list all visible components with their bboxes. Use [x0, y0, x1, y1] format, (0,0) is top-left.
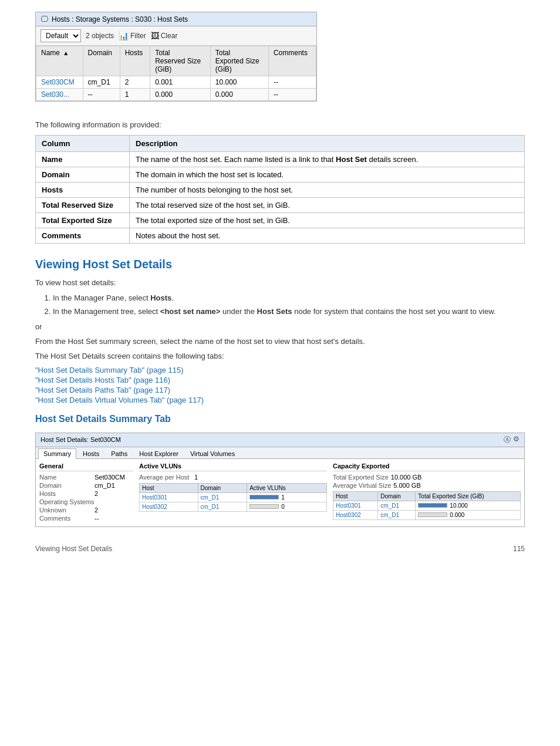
- bp-tab-host-explorer[interactable]: Host Explorer: [134, 448, 184, 458]
- cap-row: Host0302cm_D10.000: [333, 510, 521, 519]
- bp-tab-paths[interactable]: Paths: [106, 448, 133, 458]
- vluns-col-header: Host: [140, 483, 198, 492]
- vluns-row: Host0301cm_D11: [140, 492, 327, 502]
- cap-col-header: Domain: [378, 491, 416, 501]
- footer-right: 115: [513, 545, 525, 553]
- steps-list: In the Manager Pane, select Hosts. In th…: [53, 292, 525, 318]
- settings-icon[interactable]: ⚙: [513, 435, 519, 445]
- table-row: NameThe name of the host set. Each name …: [36, 152, 525, 167]
- host-sets-panel: 🖵 Hosts : Storage Systems : S030 : Host …: [35, 12, 317, 102]
- monitor-icon: 🖵: [41, 15, 48, 23]
- gen-value: --: [95, 515, 99, 522]
- gen-value: 2: [95, 507, 98, 514]
- vluns-table: HostDomainActive VLUNsHost0301cm_D11Host…: [139, 483, 327, 512]
- gen-label: Unknown: [39, 507, 92, 514]
- step-1-bold: Hosts: [150, 293, 171, 302]
- capacity-table: HostDomainTotal Exported Size (GiB)Host0…: [333, 491, 521, 520]
- bp-tab-hosts[interactable]: Hosts: [77, 448, 104, 458]
- vluns-bar-cell: 1: [247, 492, 327, 502]
- info-text: The following information is provided:: [35, 120, 525, 129]
- filter-button[interactable]: 📊 Filter: [119, 31, 146, 40]
- col-header-comments: Comments: [268, 46, 316, 76]
- col-desc-cell: The name of the host set. Each name list…: [130, 152, 525, 167]
- bottom-panel-title-text: Host Set Details: Set030CM: [41, 436, 121, 443]
- col-desc-cell: The total reserved size of the host set,…: [130, 198, 525, 213]
- active-vluns-title: Active VLUNs: [139, 463, 327, 471]
- total-exported-row: Total Exported Size 10.000 GB: [333, 474, 521, 481]
- general-rows: NameSet030CMDomaincm_D1Hosts2Operating S…: [39, 474, 133, 522]
- filter-select[interactable]: Default: [41, 29, 81, 42]
- gen-value: Set030CM: [95, 474, 125, 481]
- step-2-code: <host set name>: [160, 307, 221, 316]
- col-name-cell: Total Reserved Size: [36, 198, 130, 213]
- cap-cell: cm_D1: [378, 510, 416, 519]
- table-row: Total Exported SizeThe total exported si…: [36, 213, 525, 228]
- description-table: Column Description NameThe name of the h…: [35, 135, 525, 244]
- avg-per-host-label: Average per Host: [139, 474, 192, 481]
- nav-link[interactable]: "Host Set Details Summary Tab" (page 115…: [35, 366, 525, 374]
- section-heading: Viewing Host Set Details: [35, 258, 525, 271]
- table-row: HostsThe number of hosts belonging to th…: [36, 183, 525, 198]
- sort-icon: ▲: [63, 50, 69, 56]
- capacity-section: Capacity Exported Total Exported Size 10…: [333, 463, 521, 523]
- bp-tab-summary[interactable]: Summary: [38, 448, 76, 459]
- host-sets-table: Name ▲ Domain Hosts TotalReserved Size(G…: [36, 46, 316, 101]
- avg-per-host-value: 1: [194, 474, 198, 481]
- nav-link[interactable]: "Host Set Details Paths Tab" (page 117): [35, 386, 525, 394]
- step-2-bold: Host Sets: [257, 307, 292, 316]
- vluns-cell: Host0302: [140, 502, 198, 511]
- bottom-panel-content: General NameSet030CMDomaincm_D1Hosts2Ope…: [36, 459, 524, 526]
- help-icon[interactable]: Ⓐ: [504, 435, 511, 445]
- cap-bar-cell: 0.000: [416, 510, 521, 519]
- clear-icon: 🖼: [151, 31, 159, 40]
- bottom-panel-tabs: SummaryHostsPathsHost ExplorerVirtual Vo…: [36, 447, 524, 459]
- general-row: Unknown2: [39, 507, 133, 514]
- vluns-cell: cm_D1: [198, 502, 247, 511]
- clear-button[interactable]: 🖼 Clear: [151, 31, 178, 40]
- general-row: NameSet030CM: [39, 474, 133, 481]
- general-row: Operating Systems: [39, 498, 133, 505]
- general-row: Comments--: [39, 515, 133, 522]
- object-count: 2 objects: [86, 32, 114, 40]
- table-row: DomainThe domain in which the host set i…: [36, 167, 525, 183]
- nav-link[interactable]: "Host Set Details Virtual Volumes Tab" (…: [35, 396, 525, 404]
- col-header-name: Name ▲: [36, 46, 83, 76]
- steps-intro: To view host set details:: [35, 277, 525, 289]
- footer-left: Viewing Host Set Details: [35, 545, 112, 553]
- avg-virtual-label: Average Virtual Size: [333, 482, 391, 489]
- col-name-cell: Name: [36, 152, 130, 167]
- bp-tab-virtual-volumes[interactable]: Virtual Volumes: [185, 448, 240, 458]
- col-name-cell: Comments: [36, 228, 130, 244]
- from-text: From the Host Set summary screen, select…: [35, 336, 525, 347]
- cap-row: Host0301cm_D110.000: [333, 501, 521, 510]
- col-header-domain: Domain: [83, 46, 120, 76]
- bottom-panel-icons: Ⓐ ⚙: [504, 435, 519, 445]
- col-header-reserved: TotalReserved Size(GiB): [150, 46, 211, 76]
- col-desc-cell: The domain in which the host set is loca…: [130, 167, 525, 183]
- page-footer: Viewing Host Set Details 115: [35, 545, 525, 553]
- contains-text: The Host Set Details screen contains the…: [35, 350, 525, 362]
- gen-label: Operating Systems: [39, 498, 95, 505]
- desc-bold: Host Set: [336, 155, 367, 164]
- capacity-title: Capacity Exported: [333, 463, 521, 471]
- cap-cell: Host0301: [333, 501, 378, 510]
- cap-col-header: Host: [333, 491, 378, 501]
- desc-col-header: Column: [36, 136, 130, 152]
- nav-link[interactable]: "Host Set Details Hosts Tab" (page 116): [35, 376, 525, 384]
- desc-description-header: Description: [130, 136, 525, 152]
- col-name-cell: Hosts: [36, 183, 130, 198]
- cap-bar-cell: 10.000: [416, 501, 521, 510]
- avg-per-host-row: Average per Host 1: [139, 474, 327, 481]
- vluns-bar-cell: 0: [247, 502, 327, 511]
- vluns-col-header: Active VLUNs: [247, 483, 327, 492]
- or-text: or: [35, 322, 525, 331]
- bottom-panel-title: Host Set Details: Set030CM Ⓐ ⚙: [36, 433, 524, 447]
- general-row: Domaincm_D1: [39, 482, 133, 489]
- vluns-cell: Host0301: [140, 492, 198, 502]
- general-title: General: [39, 463, 133, 471]
- col-name-cell: Domain: [36, 167, 130, 183]
- cap-col-header: Total Exported Size (GiB): [416, 491, 521, 501]
- col-name-cell: Total Exported Size: [36, 213, 130, 228]
- panel-toolbar: Default 2 objects 📊 Filter 🖼 Clear: [36, 26, 316, 46]
- panel-title: Hosts : Storage Systems : S030 : Host Se…: [52, 15, 188, 23]
